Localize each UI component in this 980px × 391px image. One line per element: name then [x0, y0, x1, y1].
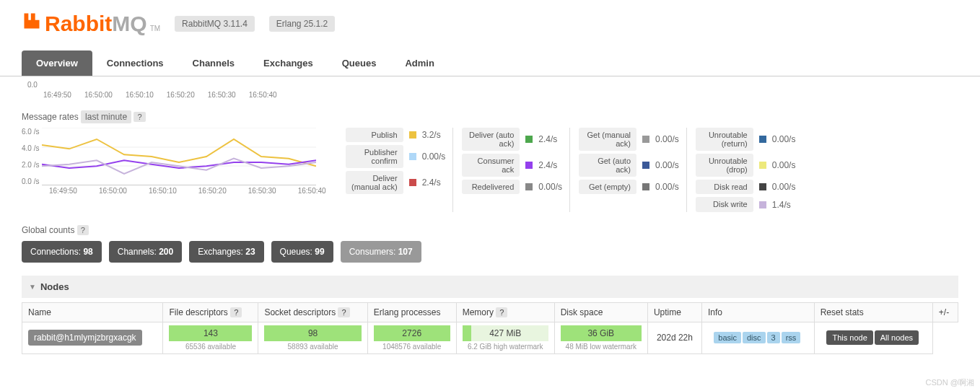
color-swatch — [642, 183, 649, 190]
nodes-section-header[interactable]: ▼ Nodes — [22, 276, 958, 298]
column-header: File descriptors ? — [163, 302, 258, 322]
count-consumers[interactable]: Consumers: 107 — [341, 241, 421, 263]
tab-admin[interactable]: Admin — [390, 50, 448, 76]
nodes-table: NameFile descriptors ?Socket descriptors… — [22, 302, 958, 354]
message-rates-chart: 0.0 /s 2.0 /s 4.0 /s 6.0 /s 16:49:50 16:… — [22, 128, 326, 195]
sd-value: 98 — [264, 325, 361, 341]
metric-get-empty-: Get (empty)0.00/s — [579, 180, 679, 194]
color-swatch — [759, 162, 766, 169]
reset-this-node-button[interactable]: This node — [826, 330, 872, 345]
tab-connections[interactable]: Connections — [92, 50, 178, 76]
color-swatch — [525, 136, 533, 143]
fd-value: 143 — [169, 325, 252, 341]
column-header: Memory ? — [456, 302, 554, 322]
column-header: Info — [701, 302, 814, 322]
tab-channels[interactable]: Channels — [178, 50, 250, 76]
rabbitmq-icon — [22, 11, 42, 31]
top-chart-fragment: 0.0 16:49:50 16:50:00 16:50:10 16:50:20 … — [22, 79, 958, 99]
metric-consumer-ack: Consumer ack2.4/s — [462, 154, 562, 177]
help-icon[interactable]: ? — [230, 307, 242, 317]
color-swatch — [409, 131, 416, 139]
count-channels[interactable]: Channels: 200 — [109, 241, 182, 263]
color-swatch — [642, 136, 649, 143]
help-icon[interactable]: ? — [134, 112, 145, 122]
range-pill[interactable]: last minute — [81, 110, 131, 123]
color-swatch — [525, 183, 533, 190]
version-badge: RabbitMQ 3.11.4 — [175, 16, 255, 32]
color-swatch — [642, 162, 649, 169]
ep-value: 2726 — [374, 325, 450, 341]
column-header: Reset stats — [814, 302, 932, 322]
info-tag-basic[interactable]: basic — [714, 332, 741, 343]
help-icon[interactable]: ? — [77, 225, 89, 235]
metric-get-manual-ack-: Get (manual ack)0.00/s — [579, 128, 679, 151]
count-connections[interactable]: Connections: 98 — [22, 241, 102, 263]
logo-text-mq: MQ — [112, 12, 146, 35]
tab-queues[interactable]: Queues — [328, 50, 391, 76]
metric-publish: Publish3.2/s — [346, 128, 446, 142]
column-header[interactable]: +/- — [932, 302, 958, 322]
main-tabs: Overview Connections Channels Exchanges … — [0, 50, 980, 76]
disk-value: 36 GiB — [561, 325, 642, 341]
metric-unroutable-return-: Unroutable (return)0.00/s — [696, 128, 796, 151]
count-queues[interactable]: Queues: 99 — [271, 241, 333, 263]
color-swatch — [759, 136, 766, 143]
node-name[interactable]: rabbit@h1mlymjzbrgxacgk — [28, 330, 142, 346]
logo-tm: TM — [150, 25, 160, 32]
info-tag-rss[interactable]: rss — [782, 332, 801, 343]
collapse-icon: ▼ — [29, 283, 36, 291]
info-tag-3[interactable]: 3 — [767, 332, 780, 343]
column-header: Disk space — [554, 302, 647, 322]
column-header: Name — [22, 302, 163, 322]
mem-value: 427 MiB — [463, 325, 548, 341]
color-swatch — [409, 153, 416, 160]
metric-unroutable-drop-: Unroutable (drop)0.00/s — [696, 154, 796, 177]
logo-text-rabbit: Rabbit — [45, 12, 112, 35]
help-icon[interactable]: ? — [496, 307, 507, 317]
metric-publisher-confirm: Publisher confirm0.00/s — [346, 145, 446, 168]
erlang-badge: Erlang 25.1.2 — [269, 16, 335, 32]
count-exchanges[interactable]: Exchanges: 23 — [189, 241, 263, 263]
metric-get-auto-ack-: Get (auto ack)0.00/s — [579, 154, 679, 177]
metric-disk-read: Disk read0.00/s — [696, 180, 796, 194]
uptime-value: 202d 22h — [647, 322, 701, 353]
column-header: Uptime — [647, 302, 701, 322]
metric-redelivered: Redelivered0.00/s — [462, 180, 562, 194]
metric-disk-write: Disk write1.4/s — [696, 197, 796, 211]
tab-overview[interactable]: Overview — [22, 50, 92, 76]
color-swatch — [409, 179, 416, 186]
column-header: Socket descriptors ? — [258, 302, 367, 322]
rabbitmq-logo[interactable]: RabbitMQ TM — [22, 11, 160, 36]
reset-all-nodes-button[interactable]: All nodes — [875, 330, 919, 345]
color-swatch — [525, 162, 533, 169]
color-swatch — [759, 201, 766, 208]
column-header: Erlang processes — [367, 302, 456, 322]
metric-deliver-manual-ack-: Deliver (manual ack)2.4/s — [346, 171, 446, 194]
help-icon[interactable]: ? — [338, 307, 349, 317]
color-swatch — [759, 183, 766, 190]
global-counts-header: Global counts ? — [22, 225, 958, 235]
metric-deliver-auto-ack-: Deliver (auto ack)2.4/s — [462, 128, 562, 151]
tab-exchanges[interactable]: Exchanges — [249, 50, 328, 76]
rates-line-chart — [42, 128, 316, 185]
info-tag-disc[interactable]: disc — [743, 332, 766, 343]
message-rates-header: Message rates last minute ? — [22, 112, 958, 122]
